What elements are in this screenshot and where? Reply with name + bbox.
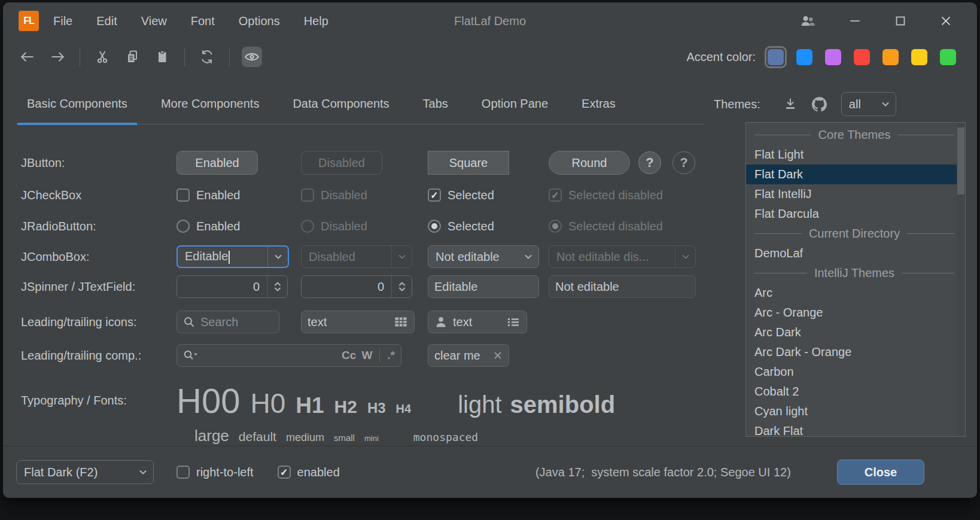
- users-icon[interactable]: [800, 14, 815, 28]
- text-input-person-icon[interactable]: text: [428, 311, 527, 333]
- accent-swatch-blue[interactable]: [793, 46, 815, 68]
- spinner-arrows-icon[interactable]: [391, 276, 412, 297]
- theme-item-cobalt-2[interactable]: Cobalt 2: [746, 382, 965, 402]
- checkbox-selected-disabled-label: Selected disabled: [568, 188, 663, 202]
- text-input-table-icon[interactable]: text: [301, 311, 415, 333]
- lookandfeel-value: Flat Dark (F2): [17, 466, 133, 479]
- theme-item-arc[interactable]: Arc: [746, 283, 965, 303]
- accent-swatch-orange[interactable]: [879, 46, 902, 68]
- tab-extras[interactable]: Extras: [572, 90, 625, 124]
- right-to-left-checkbox[interactable]: right-to-left: [176, 466, 254, 479]
- theme-item-arc-orange[interactable]: Arc - Orange: [746, 303, 965, 323]
- accent-swatch-yellow[interactable]: [908, 46, 930, 68]
- menu-help[interactable]: Help: [304, 14, 328, 28]
- textfield-editable[interactable]: Editable: [428, 275, 539, 298]
- combobox-editable[interactable]: Editable: [176, 245, 289, 268]
- round-button[interactable]: Round: [549, 151, 630, 175]
- match-case-button[interactable]: Cc: [342, 349, 356, 362]
- checkbox-enabled[interactable]: [176, 188, 190, 202]
- search-dropdown-icon[interactable]: [183, 349, 199, 361]
- minimize-icon[interactable]: [849, 15, 861, 27]
- tab-basic-components[interactable]: Basic Components: [17, 90, 137, 124]
- scrollbar-thumb[interactable]: [957, 127, 964, 194]
- themes-list: Core Themes Flat Light Flat Dark Flat In…: [745, 122, 966, 437]
- theme-item-flat-light[interactable]: Flat Light: [746, 145, 965, 165]
- checkbox-selected[interactable]: ✓: [428, 188, 441, 202]
- theme-item-dark-flat[interactable]: Dark Flat: [746, 421, 965, 437]
- tab-tabs[interactable]: Tabs: [413, 90, 458, 124]
- jbutton-row: JButton: Enabled Disabled Square Round ?…: [21, 146, 704, 180]
- textfield-not-editable[interactable]: Not editable: [549, 275, 696, 298]
- close-icon[interactable]: [940, 15, 952, 27]
- download-icon[interactable]: [783, 98, 798, 111]
- chevron-down-icon[interactable]: [267, 247, 288, 267]
- spinner-field[interactable]: 0: [176, 275, 288, 298]
- forward-button[interactable]: [47, 47, 68, 67]
- theme-item-arc-dark-orange[interactable]: Arc Dark - Orange: [746, 342, 965, 362]
- accent-swatch-red[interactable]: [851, 46, 873, 68]
- tab-option-pane[interactable]: Option Pane: [472, 90, 558, 124]
- checkbox[interactable]: ✓: [278, 466, 291, 479]
- theme-item-flat-darcula[interactable]: Flat Darcula: [746, 204, 965, 224]
- themes-filter-combobox[interactable]: all: [841, 92, 896, 116]
- refresh-button[interactable]: [197, 47, 217, 67]
- accent-swatch-purple[interactable]: [822, 46, 844, 68]
- enabled-button[interactable]: Enabled: [176, 151, 258, 175]
- heading-samples: H00 H0 H1 H2 H3 H4: [176, 381, 411, 421]
- help-button[interactable]: ?: [638, 151, 661, 174]
- spinner-arrows-icon[interactable]: [267, 276, 287, 297]
- menu-view[interactable]: View: [141, 14, 167, 28]
- radio-selected[interactable]: [428, 220, 441, 233]
- maximize-icon[interactable]: [894, 15, 906, 27]
- search-with-options-input[interactable]: Cc W .*: [176, 344, 401, 367]
- cut-button[interactable]: [92, 47, 112, 67]
- checkbox[interactable]: [176, 466, 190, 479]
- combobox-not-editable[interactable]: Not editable: [428, 245, 539, 268]
- square-button[interactable]: Square: [428, 151, 509, 175]
- radio-enabled[interactable]: [176, 220, 190, 233]
- clear-x-icon[interactable]: [493, 351, 503, 360]
- theme-item-cyan-light[interactable]: Cyan light: [746, 402, 965, 421]
- show-hidden-eye-toggle[interactable]: [242, 47, 262, 67]
- combobox-not-editable-value: Not editable: [428, 250, 518, 264]
- accent-swatch-green[interactable]: [937, 46, 959, 68]
- enabled-checkbox[interactable]: ✓ enabled: [278, 466, 340, 479]
- regex-button[interactable]: .*: [387, 349, 395, 362]
- checkbox-enabled-label: Enabled: [196, 188, 240, 202]
- copy-button[interactable]: [122, 47, 142, 67]
- search-icon: [183, 316, 195, 328]
- paste-button[interactable]: [152, 47, 172, 67]
- theme-item-demolaf[interactable]: DemoLaf: [746, 244, 965, 263]
- app-window: FL File Edit View Font Options Help Flat…: [3, 2, 977, 498]
- theme-item-flat-intellij[interactable]: Flat IntelliJ: [746, 184, 965, 204]
- tab-more-components[interactable]: More Components: [151, 90, 269, 124]
- tab-data-components[interactable]: Data Components: [283, 90, 398, 124]
- menu-file[interactable]: File: [53, 14, 72, 28]
- close-button[interactable]: Close: [837, 460, 924, 485]
- theme-item-flat-dark[interactable]: Flat Dark: [746, 165, 965, 184]
- chevron-down-icon[interactable]: [518, 246, 538, 267]
- whole-word-button[interactable]: W: [361, 349, 372, 362]
- textfield-editable-value: Editable: [434, 280, 477, 294]
- accent-color-label: Accent color:: [686, 50, 756, 64]
- clearable-input[interactable]: clear me: [428, 344, 509, 367]
- menu-options[interactable]: Options: [239, 14, 280, 28]
- github-icon[interactable]: [812, 97, 827, 112]
- combobox-not-editable-disabled: Not editable dis...: [549, 245, 696, 268]
- search-input[interactable]: Search: [176, 311, 279, 333]
- chevron-down-icon[interactable]: [875, 93, 896, 115]
- default-sample: default: [239, 430, 276, 444]
- radio-enabled-label: Enabled: [196, 220, 240, 233]
- lookandfeel-combobox[interactable]: Flat Dark (F2): [16, 460, 154, 484]
- chevron-down-icon[interactable]: [133, 461, 153, 483]
- jcombobox-row: JComboBox: Editable Disabled Not editabl…: [21, 242, 704, 272]
- themes-label: Themes:: [714, 98, 760, 111]
- spinner-field-2[interactable]: 0: [301, 275, 412, 298]
- theme-item-arc-dark[interactable]: Arc Dark: [746, 323, 965, 342]
- accent-swatch-default[interactable]: [765, 46, 787, 68]
- back-button[interactable]: [17, 47, 38, 67]
- menu-font[interactable]: Font: [191, 14, 215, 28]
- theme-item-carbon[interactable]: Carbon: [746, 362, 965, 382]
- help-button-2[interactable]: ?: [672, 151, 695, 174]
- menu-edit[interactable]: Edit: [96, 14, 117, 28]
